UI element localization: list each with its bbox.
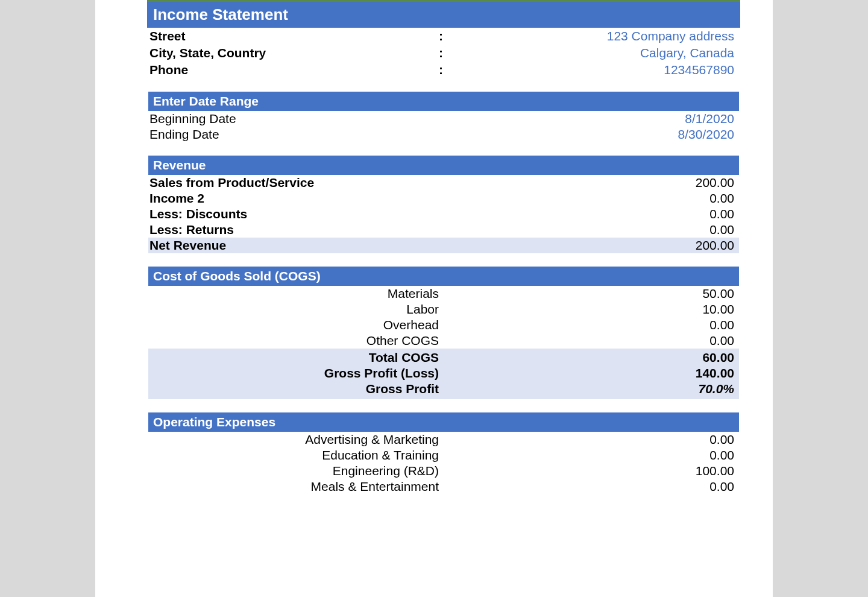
revenue-row: Income 2 0.00 [148,191,739,206]
gross-profit-loss-value: 140.00 [439,366,734,381]
opex-label: Meals & Entertainment [149,479,439,494]
total-cogs-row: Total COGS 60.00 [149,350,734,365]
gross-profit-row: Gross Profit 70.0% [149,381,734,397]
cogs-value: 10.00 [439,302,734,317]
revenue-header: Revenue [148,156,739,175]
opex-row: Education & Training 0.00 [148,447,739,463]
revenue-row: Less: Discounts 0.00 [148,206,739,222]
opex-value: 0.00 [439,432,734,447]
revenue-label: Less: Discounts [149,207,439,221]
revenue-label: Sales from Product/Service [149,175,439,190]
gross-profit-loss-row: Gross Profit (Loss) 140.00 [149,365,734,381]
company-phone-row: Phone : 1234567890 [148,62,739,78]
gross-profit-loss-label: Gross Profit (Loss) [149,366,439,381]
beginning-date-value: 8/1/2020 [439,112,734,126]
phone-value: 1234567890 [451,63,739,77]
city-label: City, State, Country [149,46,439,60]
colon: : [439,29,451,43]
net-revenue-row: Net Revenue 200.00 [148,238,739,253]
opex-header: Operating Expenses [148,412,739,432]
content-area: Income Statement Street : 123 Company ad… [95,0,773,494]
document-page: Income Statement Street : 123 Company ad… [95,0,773,597]
cogs-label: Other COGS [149,333,439,348]
net-revenue-value: 200.00 [439,238,734,253]
date-range-header: Enter Date Range [148,92,739,111]
cogs-value: 0.00 [439,318,734,332]
cogs-row: Materials 50.00 [148,286,739,302]
opex-label: Advertising & Marketing [149,432,439,447]
beginning-date-label: Beginning Date [149,112,439,126]
ending-date-label: Ending Date [149,127,439,142]
cogs-label: Labor [149,302,439,317]
opex-value: 100.00 [439,464,734,478]
cogs-value: 0.00 [439,333,734,348]
cogs-row: Other COGS 0.00 [148,333,739,349]
cogs-value: 50.00 [439,286,734,301]
total-cogs-value: 60.00 [439,350,734,365]
cogs-row: Labor 10.00 [148,302,739,317]
revenue-label: Income 2 [149,191,439,206]
revenue-row: Sales from Product/Service 200.00 [148,175,739,191]
opex-value: 0.00 [439,479,734,494]
city-value: Calgary, Canada [451,46,739,60]
opex-value: 0.00 [439,448,734,463]
revenue-value: 0.00 [439,207,734,221]
revenue-value: 0.00 [439,191,734,206]
cogs-row: Overhead 0.00 [148,317,739,333]
opex-label: Engineering (R&D) [149,464,439,478]
net-revenue-label: Net Revenue [149,238,439,253]
company-city-row: City, State, Country : Calgary, Canada [148,45,739,62]
street-value: 123 Company address [451,29,739,43]
cogs-summary: Total COGS 60.00 Gross Profit (Loss) 140… [148,349,739,399]
gross-profit-value: 70.0% [439,382,734,396]
cogs-label: Overhead [149,318,439,332]
opex-label: Education & Training [149,448,439,463]
beginning-date-row: Beginning Date 8/1/2020 [148,111,739,127]
total-cogs-label: Total COGS [149,350,439,365]
cogs-label: Materials [149,286,439,301]
ending-date-row: Ending Date 8/30/2020 [148,127,739,142]
revenue-row: Less: Returns 0.00 [148,222,739,238]
street-label: Street [149,29,439,43]
company-street-row: Street : 123 Company address [148,28,739,45]
gross-profit-label: Gross Profit [149,382,439,396]
phone-label: Phone [149,63,439,77]
ending-date-value: 8/30/2020 [439,127,734,142]
cogs-header: Cost of Goods Sold (COGS) [148,267,739,286]
document-title: Income Statement [147,0,740,28]
revenue-value: 0.00 [439,223,734,237]
opex-row: Advertising & Marketing 0.00 [148,432,739,447]
revenue-value: 200.00 [439,175,734,190]
revenue-label: Less: Returns [149,223,439,237]
colon: : [439,46,451,60]
opex-row: Engineering (R&D) 100.00 [148,463,739,479]
opex-row: Meals & Entertainment 0.00 [148,479,739,494]
colon: : [439,63,451,77]
